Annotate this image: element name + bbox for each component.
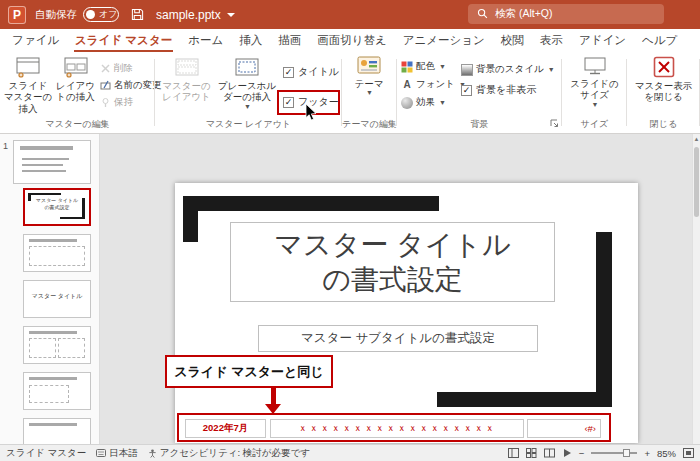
group-size-label: サイズ [562,118,627,131]
group-background-label: 背景 [397,118,562,131]
background-styles-button[interactable]: 背景のスタイル ▼ [461,62,555,77]
close-master-view-label: マスター表示を閉じる [631,80,696,103]
group-master-layout: マスターのレイアウト プレースホルダーの挿入 ▼ ✓ タイトル ✓ フッター マ… [155,52,342,133]
insert-placeholder-button[interactable]: プレースホルダーの挿入 ▼ [217,54,277,118]
footer-checkbox[interactable]: ✓ フッター [283,95,339,109]
thumbnail-master-slide[interactable] [13,140,91,184]
powerpoint-logo-icon[interactable]: P [8,6,26,24]
insert-slide-master-button[interactable]: スライド マスターの挿入 [3,54,53,118]
tab-file[interactable]: ファイル [4,29,67,52]
slide-size-icon [583,56,607,76]
thumb-line [22,158,69,160]
zoom-level[interactable]: 85% [657,448,676,459]
checkbox-checked-icon: ✓ [461,85,472,96]
zoom-out-button[interactable]: − [579,448,585,459]
slide-number-placeholder[interactable]: ‹#› [527,419,601,438]
thumbnail-layout-4[interactable] [23,326,91,364]
master-layout-icon [174,56,200,78]
tab-addins[interactable]: アドイン [571,29,634,52]
title-checkbox[interactable]: ✓ タイトル [283,65,339,79]
scroll-up-icon[interactable]: ▲ [693,136,700,142]
colors-button[interactable]: 配色 ▼ [401,59,446,74]
autosave-toggle[interactable]: オフ [83,7,119,22]
thumbnail-layout-3[interactable]: マスター タイトル [23,280,91,318]
close-master-view-icon [653,56,675,78]
insert-placeholder-icon [234,56,260,78]
footer-placeholder[interactable]: ｘｘｘｘｘｘｘｘｘｘｘｘｘｘｘｘｘｘ [270,419,524,438]
thumbnail-layout-5[interactable] [23,372,91,410]
search-box[interactable]: 検索 (Alt+Q) [468,4,664,24]
file-name: sample.pptx [156,8,221,22]
preserve-button[interactable]: 保持 [100,95,133,110]
tab-slide-master[interactable]: スライド マスター [67,29,180,52]
thumbnail-title-layout[interactable]: マスター タイトル の書式設定 [23,188,91,226]
checkbox-checked-icon: ✓ [283,97,294,108]
insert-slide-master-icon [15,56,41,78]
subtitle-placeholder[interactable]: マスター サブタイトルの書式設定 [258,325,538,352]
normal-view-icon[interactable] [508,448,519,458]
tab-insert[interactable]: 挿入 [231,29,270,52]
preserve-label: 保持 [114,96,133,109]
chevron-down-icon [227,13,235,17]
slide-editing-surface[interactable]: マスター タイトル の書式設定 マスター サブタイトルの書式設定 2022年7月… [175,183,638,443]
rename-button[interactable]: 名前の変更 [100,78,162,93]
accessibility-button[interactable]: アクセシビリティ: 検討が必要です [148,447,310,460]
thumb-line [22,164,64,166]
tab-animations[interactable]: アニメーション [395,29,493,52]
callout-annotation: スライド マスターと同じ [165,355,333,388]
slide-thumbnail-pane: 1 マスター タイトル の書式設定 マスター タイトル [0,134,100,444]
footer-checkbox-label: フッター [298,95,339,109]
insert-layout-icon [63,56,89,78]
language-button[interactable]: 日本語 [96,447,138,460]
keyboard-icon [96,449,106,457]
accessibility-icon [148,449,157,458]
logo-glyph: P [13,8,21,22]
slide-size-button[interactable]: スライドのサイズ ▼ [566,54,623,118]
toggle-knob-icon [86,10,95,19]
thumbnail-layout-6[interactable] [23,418,91,444]
fit-slide-to-window-icon[interactable] [683,448,694,458]
master-layout-button[interactable]: マスターのレイアウト [158,54,215,118]
search-icon [477,8,488,21]
zoom-slider-knob[interactable] [623,449,630,457]
file-name-menu[interactable]: sample.pptx [156,8,235,22]
themes-button[interactable]: テーマ ▼ [345,54,393,118]
slideshow-view-icon[interactable] [562,448,572,458]
themes-icon [357,56,381,76]
slide-sorter-view-icon[interactable] [526,448,537,458]
hide-background-checkbox[interactable]: ✓ 背景を非表示 [461,83,536,97]
thumb-title-line [29,423,77,426]
close-master-view-button[interactable]: マスター表示を閉じる [631,54,696,118]
reading-view-icon[interactable] [544,448,555,458]
fonts-button[interactable]: A フォント ▼ [401,77,466,92]
scrollbar-thumb[interactable] [694,147,699,217]
title-placeholder[interactable]: マスター タイトル の書式設定 [230,222,555,302]
tab-draw[interactable]: 描画 [270,29,309,52]
zoom-slider[interactable] [591,452,637,454]
tab-home[interactable]: ホーム [180,29,231,52]
thumb-line [22,170,66,172]
fonts-label: フォント [416,78,455,91]
thumb-content-box [29,385,69,403]
save-icon[interactable] [131,8,144,21]
fonts-icon: A [401,79,413,90]
vertical-scrollbar[interactable]: ▲ [692,134,700,444]
thumbnail-layout-2[interactable] [23,234,91,272]
tab-view[interactable]: 表示 [532,29,571,52]
title-checkbox-label: タイトル [298,65,339,79]
delete-button[interactable]: 削除 [100,61,133,76]
insert-placeholder-label: プレースホルダーの挿入 [217,80,277,103]
zoom-in-button[interactable]: + [644,448,650,459]
effects-button[interactable]: 効果 ▼ [401,95,446,110]
tab-transitions[interactable]: 画面切り替え [309,29,395,52]
effects-label: 効果 [416,96,435,109]
tab-help[interactable]: ヘルプ [634,29,685,52]
insert-layout-button[interactable]: レイアウトの挿入 [53,54,98,118]
date-placeholder[interactable]: 2022年7月 [185,419,266,438]
master-layout-label: マスターのレイアウト [158,80,215,103]
decor-bottom-bar [437,392,612,407]
background-styles-label: 背景のスタイル [476,63,544,76]
thumb-title-line [20,146,73,150]
tab-review[interactable]: 校閲 [493,29,532,52]
group-master-edit-label: マスターの編集 [0,118,155,131]
